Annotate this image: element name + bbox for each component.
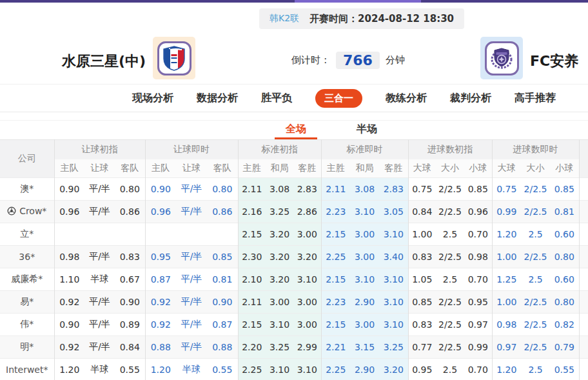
odds-cell: 3.25: [379, 336, 408, 359]
odds-cell: 3.20: [293, 246, 321, 268]
sub-header-4-1: 大小: [436, 159, 464, 178]
scope-tabs: 全场半场: [0, 120, 588, 139]
nav-item-4[interactable]: 教练分析: [386, 92, 427, 105]
odds-cell: 0.89: [115, 314, 145, 336]
cutoff-cell: [579, 359, 588, 380]
odds-cell: 3.15: [350, 336, 379, 359]
odds-cell: 0.98: [54, 246, 84, 268]
odds-cell: 2/2.5: [436, 314, 464, 336]
odds-cell: 0.97: [492, 336, 521, 359]
odds-cell: 3.10: [379, 223, 408, 246]
nav-item-1[interactable]: 数据分析: [197, 92, 238, 105]
odds-cell: [176, 223, 207, 246]
odds-cell: 0.85: [408, 291, 436, 314]
away-team-logo[interactable]: [480, 37, 523, 79]
odds-cell: 2.23: [321, 201, 350, 223]
odds-cell: 3.10: [266, 314, 293, 336]
countdown-unit: 分钟: [386, 54, 405, 66]
odds-cell: 0.70: [464, 223, 492, 246]
sub-header-3-2: 客胜: [379, 159, 408, 178]
odds-cell: 3.10: [350, 268, 379, 291]
away-team-name[interactable]: FC安养: [530, 52, 578, 71]
odds-cell: 0.84: [115, 336, 145, 359]
odds-cell: 平/半: [176, 336, 207, 359]
odds-cell: 2/2.5: [436, 336, 464, 359]
odds-cell: 3.20: [266, 223, 293, 246]
odds-cell: 2.83: [379, 178, 408, 201]
odds-cell: 3.20: [379, 359, 408, 380]
odds-cell: 1.10: [54, 268, 84, 291]
odds-cell: 3.00: [293, 314, 321, 336]
odds-cell: 0.82: [550, 314, 579, 336]
odds-cell: 0.70: [464, 268, 492, 291]
tab-0[interactable]: 全场: [275, 121, 317, 139]
odds-cell: 2/2.5: [436, 201, 464, 223]
odds-cell: 3.00: [266, 291, 293, 314]
odds-cell: 平/半: [176, 246, 207, 268]
odds-cell: 2.30: [238, 246, 266, 268]
odds-cell: 3.10: [293, 268, 321, 291]
cutoff-cell: [579, 291, 588, 314]
table-row: Interwet*1.20半球0.551.20半球0.552.253.103.1…: [0, 359, 588, 380]
odds-cell: 2.5: [436, 359, 464, 380]
odds-cell: 0.95: [464, 291, 492, 314]
odds-cell: 2.11: [238, 291, 266, 314]
odds-cell: 0.90: [54, 178, 84, 201]
odds-cell: 0.92: [145, 314, 176, 336]
odds-cell: 平/半: [84, 291, 115, 314]
nav-item-5[interactable]: 裁判分析: [450, 92, 491, 105]
odds-cell: 2.11: [238, 178, 266, 201]
nav-item-3[interactable]: 三合一: [315, 89, 362, 108]
odds-cell: [54, 223, 84, 246]
odds-cell: 3.00: [350, 314, 379, 336]
odds-cell: 0.87: [207, 314, 238, 336]
odds-cell: 0.83: [408, 314, 436, 336]
nav-bar: 现场分析数据分析胜平负三合一教练分析裁判分析高手推荐: [0, 84, 588, 112]
odds-cell: 2.15: [321, 314, 350, 336]
odds-cell: 1.00: [492, 246, 521, 268]
odds-cell: 0.92: [145, 291, 176, 314]
soccer-ball-icon: [7, 206, 16, 215]
nav-item-2[interactable]: 胜平负: [261, 92, 292, 105]
odds-cell: 0.88: [207, 336, 238, 359]
company-cell: 威廉希*: [0, 268, 54, 291]
odds-cell: 3.00: [293, 291, 321, 314]
odds-cell: 平/半: [84, 201, 115, 223]
kickoff-label: 开赛时间：: [309, 13, 358, 25]
nav-item-0[interactable]: 现场分析: [132, 92, 173, 105]
odds-cell: 0.75: [408, 178, 436, 201]
odds-cell: 2.15: [321, 223, 350, 246]
home-team-logo[interactable]: [153, 37, 195, 79]
odds-cell: 0.92: [54, 291, 84, 314]
countdown: 倒计时： 766 分钟: [291, 52, 405, 69]
table-row: 明*0.92平/半0.840.88平/半0.882.203.252.992.21…: [0, 336, 588, 359]
odds-cell: 0.90: [54, 314, 84, 336]
home-team-name[interactable]: 水原三星(中): [0, 52, 146, 71]
odds-cell: 0.90: [145, 178, 176, 201]
tab-1[interactable]: 半场: [346, 121, 388, 139]
countdown-value: 766: [336, 52, 380, 69]
cutoff-cell: [579, 246, 588, 268]
odds-cell: 1.05: [408, 268, 436, 291]
odds-cell: 1.20: [145, 359, 176, 380]
odds-cell: 0.95: [408, 359, 436, 380]
cutoff-cell: [579, 268, 588, 291]
odds-cell: 3.08: [350, 178, 379, 201]
sub-header-1-1: 让球: [176, 159, 207, 178]
odds-cell: 2.25: [321, 246, 350, 268]
kickoff-value: 2024-08-12 18:30: [358, 13, 454, 25]
league-badge[interactable]: 韩K2联: [270, 13, 299, 25]
odds-cell: 平/半: [84, 336, 115, 359]
odds-cell: 平/半: [176, 291, 207, 314]
odds-cell: 平/半: [176, 268, 207, 291]
nav-item-6[interactable]: 高手推荐: [514, 92, 556, 105]
cutoff-cell: [579, 336, 588, 359]
odds-cell: 0.95: [145, 246, 176, 268]
odds-cell: 1.20: [492, 223, 521, 246]
odds-table: 公司让球初指让球即时标准初指标准即时进球数初指进球数即时主队让球客队主队让球客队…: [0, 139, 588, 380]
odds-cell: 半球: [84, 359, 115, 380]
odds-cell: 2/2.5: [521, 178, 550, 201]
company-cell: Interwet*: [0, 359, 54, 380]
sub-header-1-0: 主队: [145, 159, 176, 178]
company-cell: 易*: [0, 291, 54, 314]
